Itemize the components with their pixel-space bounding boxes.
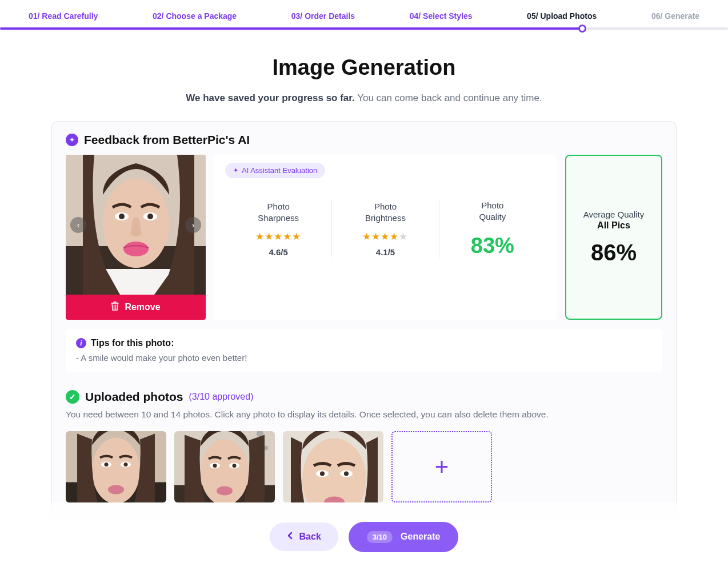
add-photo-tile[interactable]: + — [391, 431, 492, 502]
generate-button[interactable]: 3/10 Generate — [349, 522, 459, 552]
footer-bar: Back 3/10 Generate — [0, 502, 728, 571]
average-percent: 86% — [591, 240, 637, 266]
svg-point-25 — [233, 464, 237, 468]
svg-point-8 — [123, 242, 149, 256]
back-button[interactable]: Back — [270, 522, 338, 551]
stars-brightness: ★★★★★ — [338, 231, 433, 243]
svg-point-6 — [119, 214, 125, 219]
tips-title: Tips for this photo: — [91, 338, 174, 348]
svg-point-13 — [105, 463, 109, 467]
page-subtitle: We have saved your progress so far. You … — [0, 93, 728, 104]
uploaded-title: Uploaded photos — [85, 390, 183, 404]
trash-icon — [111, 301, 119, 313]
check-icon: ✓ — [66, 390, 79, 404]
stars-sharpness: ★★★★★ — [231, 231, 326, 243]
svg-point-7 — [147, 214, 153, 219]
quality-percent: 83% — [445, 234, 540, 258]
metric-sharpness: PhotoSharpness ★★★★★ 4.6/5 — [225, 201, 331, 258]
sparkle-icon: ✦ — [66, 134, 78, 146]
generate-counter: 3/10 — [367, 531, 393, 543]
progress-knob — [578, 25, 586, 33]
feedback-card: ✦ Feedback from BetterPic's AI — [51, 121, 677, 520]
svg-point-16 — [108, 485, 124, 494]
step-4[interactable]: 04/ Select Styles — [410, 11, 473, 21]
progress-bar — [0, 27, 728, 30]
uploaded-thumb-3[interactable] — [283, 431, 383, 502]
step-3[interactable]: 03/ Order Details — [291, 11, 355, 21]
average-quality-box: Average Quality All Pics 86% — [565, 155, 662, 320]
svg-point-30 — [320, 472, 325, 476]
uploaded-thumb-2[interactable] — [174, 431, 275, 502]
sparkle-icon: ✦ — [233, 167, 238, 174]
feedback-title: Feedback from BetterPic's AI — [84, 133, 250, 147]
page-title: Image Generation — [0, 55, 728, 80]
info-icon: i — [76, 338, 86, 348]
uploaded-description: You need between 10 and 14 photos. Click… — [66, 409, 662, 420]
step-6: 06/ Generate — [651, 11, 699, 21]
remove-button[interactable]: Remove — [66, 295, 206, 320]
tips-box: i Tips for this photo: - A smile would m… — [66, 329, 662, 372]
step-2[interactable]: 02/ Choose a Package — [153, 11, 237, 21]
svg-point-32 — [344, 472, 349, 476]
wizard-stepper: 01/ Read Carefully 02/ Choose a Package … — [0, 0, 728, 21]
metrics-panel: ✦ AI Assistant Evaluation PhotoSharpness… — [214, 155, 557, 320]
step-5[interactable]: 05/ Upload Photos — [527, 11, 597, 21]
svg-point-15 — [124, 463, 128, 467]
metric-quality: PhotoQuality 83% — [439, 200, 546, 258]
svg-point-26 — [217, 486, 233, 496]
chevron-left-icon — [287, 532, 293, 542]
progress-fill — [0, 27, 582, 30]
metric-brightness: PhotoBrightness ★★★★★ 4.1/5 — [331, 201, 438, 258]
uploaded-thumb-1[interactable] — [66, 431, 166, 502]
tips-text: - A smile would make your photo even bet… — [76, 353, 652, 363]
uploaded-count: (3/10 approved) — [189, 392, 254, 402]
step-1[interactable]: 01/ Read Carefully — [29, 11, 98, 21]
svg-point-23 — [213, 464, 217, 468]
photo-preview[interactable]: ‹ › — [66, 155, 206, 295]
next-photo-button[interactable]: › — [185, 217, 201, 233]
prev-photo-button[interactable]: ‹ — [70, 217, 86, 233]
ai-evaluation-chip: ✦ AI Assistant Evaluation — [225, 163, 325, 178]
plus-icon: + — [435, 453, 449, 481]
